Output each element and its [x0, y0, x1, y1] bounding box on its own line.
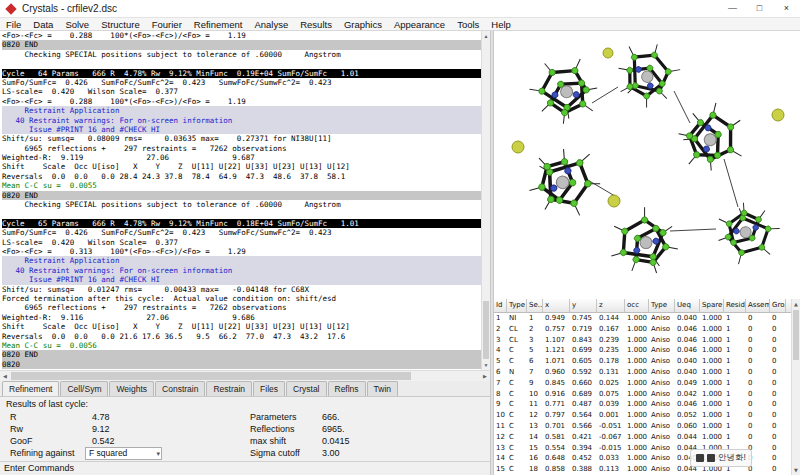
terminal-line: 40 Restraint warnings: For on-screen inf…: [2, 116, 481, 125]
terminal-line: 0820 END: [2, 40, 481, 49]
atom-row[interactable]: 10C120.7970.5640.0011.000Aniso0.0521.000…: [494, 410, 791, 421]
menu-tools[interactable]: Tools: [451, 19, 485, 30]
column-header[interactable]: Assem...: [746, 299, 770, 312]
terminal-vscrollbar[interactable]: ▲ ▼: [481, 31, 490, 370]
column-header[interactable]: z: [597, 299, 625, 312]
atom-row[interactable]: 5C61.0710.6050.1781.000Aniso0.0401.00010…: [494, 356, 791, 367]
atom-row[interactable]: 11C130.7010.566-0.0511.000Aniso0.0601.00…: [494, 421, 791, 432]
atom-cell: Aniso: [649, 345, 675, 356]
tab-weights[interactable]: Weights: [109, 381, 154, 396]
atom-cell: Aniso: [649, 324, 675, 335]
tab-restrain[interactable]: Restrain: [206, 381, 252, 396]
tab-constrain[interactable]: Constrain: [155, 381, 205, 396]
terminal-line: Weighted-R: 9.119 27.06 9.687: [2, 153, 481, 162]
app-crystal-icon[interactable]: [5, 3, 16, 14]
maximize-button[interactable]: □: [746, 0, 773, 17]
atom-cell: 0: [746, 421, 770, 432]
scrollbar-thumb[interactable]: [483, 301, 489, 359]
column-header[interactable]: Resid...: [724, 299, 746, 312]
result-field: GooF0.542: [10, 435, 115, 447]
tab-refinement[interactable]: Refinement: [2, 381, 59, 396]
atom-cell: 0.044: [675, 432, 700, 443]
menu-refinement[interactable]: Refinement: [188, 19, 249, 30]
atom-cell: C: [507, 421, 527, 432]
atom-cell: 0.592: [570, 367, 597, 378]
atom-cell: 0.040: [675, 367, 700, 378]
atom-cell: 0.049: [675, 378, 700, 389]
menu-data[interactable]: Data: [27, 19, 59, 30]
scroll-left-icon[interactable]: ◀: [0, 371, 10, 381]
atom-cell: 0.487: [570, 399, 597, 410]
column-header[interactable]: occ: [625, 299, 649, 312]
tab-files[interactable]: Files: [253, 381, 285, 396]
status-bar[interactable]: Enter Commands: [0, 461, 491, 475]
column-header[interactable]: x: [543, 299, 570, 312]
atom-row[interactable]: 4C51.1210.6990.2351.000Aniso0.0461.00010…: [494, 345, 791, 356]
menu-file[interactable]: File: [0, 19, 27, 30]
table-vscrollbar[interactable]: ▲ ▼: [791, 299, 800, 475]
minimize-button[interactable]: —: [719, 0, 746, 17]
menu-structure[interactable]: Structure: [95, 19, 146, 30]
scroll-down-icon[interactable]: ▼: [482, 360, 490, 370]
result-label: R: [10, 411, 92, 423]
screen-overlay: 안녕화!: [690, 449, 752, 467]
menu-bar: FileDataSolveStructureFourierRefinementA…: [0, 18, 800, 31]
atom-row[interactable]: 8C100.9160.6890.0751.000Aniso0.0421.0001…: [494, 389, 791, 400]
scroll-up-icon[interactable]: ▲: [482, 31, 490, 41]
atom-row[interactable]: 7C90.8450.6600.0251.000Aniso0.0491.00010…: [494, 378, 791, 389]
column-header[interactable]: y: [570, 299, 597, 312]
terminal-line: 0820: [2, 360, 481, 369]
atom-cell: 7: [494, 378, 507, 389]
atom-row[interactable]: 12C140.5810.421-0.0671.000Aniso0.0441.00…: [494, 432, 791, 443]
column-header[interactable]: Gro...: [770, 299, 786, 312]
menu-graphics[interactable]: Graphics: [338, 19, 388, 30]
scroll-down-icon[interactable]: ▼: [792, 465, 800, 475]
atom-cell: 1: [724, 356, 746, 367]
terminal-line: [2, 59, 481, 68]
result-value: 4.78: [92, 411, 110, 423]
atom-cell: 1.000: [700, 421, 724, 432]
molecule-viewer[interactable]: [494, 31, 800, 299]
column-header[interactable]: Ueq: [675, 299, 700, 312]
terminal-hscrollbar[interactable]: ◀ ▶: [0, 370, 490, 381]
column-header[interactable]: Spare: [700, 299, 724, 312]
atom-cell: Aniso: [649, 399, 675, 410]
atom-row[interactable]: 3CL31.1070.8430.2391.000Aniso0.0461.0001…: [494, 335, 791, 346]
menu-fourier[interactable]: Fourier: [146, 19, 188, 30]
scrollbar-thumb[interactable]: [11, 372, 411, 380]
atom-row[interactable]: 6N70.9600.5920.1311.000Aniso0.0401.00010…: [494, 367, 791, 378]
menu-appearance[interactable]: Appearance: [388, 19, 451, 30]
atom-row[interactable]: 2CL20.7570.7190.1671.000Aniso0.0461.0001…: [494, 324, 791, 335]
menu-help[interactable]: Help: [485, 19, 517, 30]
tab-reflns[interactable]: Reflns: [328, 381, 366, 396]
result-field: Reflections6965.: [250, 423, 350, 435]
column-header[interactable]: Se...: [527, 299, 543, 312]
atom-cell: 0: [770, 399, 786, 410]
scroll-up-icon[interactable]: ▲: [792, 299, 800, 309]
atom-cell: Aniso: [649, 410, 675, 421]
atom-cell: 0: [746, 367, 770, 378]
refining-against-select[interactable]: F squared: [85, 447, 162, 460]
menu-analyse[interactable]: Analyse: [248, 19, 294, 30]
atom-cell: 0.564: [570, 410, 597, 421]
scroll-right-icon[interactable]: ▶: [480, 371, 490, 381]
atom-row[interactable]: 1NI10.9490.7450.1441.000Aniso0.0401.0001…: [494, 313, 791, 324]
atom-cell: Aniso: [649, 367, 675, 378]
tab-twin[interactable]: Twin: [367, 381, 398, 396]
atom-cell: 0.960: [543, 367, 570, 378]
menu-solve[interactable]: Solve: [59, 19, 95, 30]
terminal-line: Restraint Application: [2, 256, 481, 265]
atom-row[interactable]: 9C110.7710.4870.0391.000Aniso0.0461.0001…: [494, 399, 791, 410]
column-header[interactable]: Type: [649, 299, 675, 312]
column-header[interactable]: Id: [494, 299, 507, 312]
panel-tabs: RefinementCell/SymWeightsConstrainRestra…: [0, 381, 490, 397]
close-button[interactable]: ×: [773, 0, 800, 17]
atom-cell: 1.000: [700, 389, 724, 400]
atom-cell: 1: [724, 367, 746, 378]
tab-crystal[interactable]: Crystal: [286, 381, 326, 396]
menu-results[interactable]: Results: [294, 19, 338, 30]
column-header[interactable]: Type: [507, 299, 527, 312]
atom-cell: -0.015: [597, 443, 625, 454]
scrollbar-thumb[interactable]: [793, 310, 799, 360]
tab-cell-sym[interactable]: Cell/Sym: [60, 381, 108, 396]
